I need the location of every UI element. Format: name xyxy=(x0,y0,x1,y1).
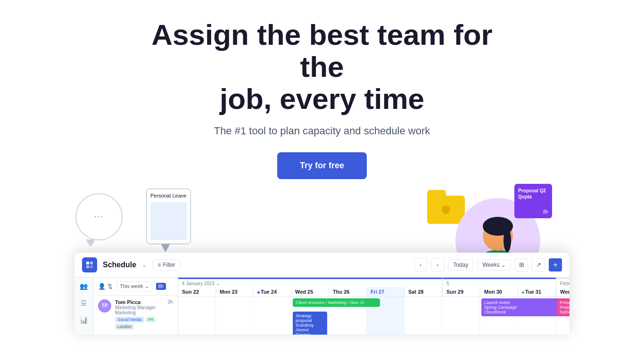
filter-icon: ≡ xyxy=(157,262,161,268)
event-cell-sat28 xyxy=(405,297,442,334)
left-sidebar: 👥 ☰ 📊 xyxy=(74,278,93,335)
people-icon[interactable]: 👥 xyxy=(80,282,88,290)
date-cell: Thu 26 xyxy=(329,287,367,296)
event-launch: Launch event Spring Campaign CloudStock xyxy=(481,298,559,316)
date-cells-jan: Sun 22 Mon 23 Tue 24 Wed 25 Thu 26 Fri 2… xyxy=(178,287,442,296)
svg-rect-8 xyxy=(86,262,89,264)
date-cell: Mon 30 xyxy=(480,287,518,296)
calendar-grid: 4 January 2023 ⌄ Sun 22 Mon 23 Tue 24 We… xyxy=(178,278,570,335)
tag-london: London xyxy=(115,324,134,329)
tag-pr: PR xyxy=(146,317,157,322)
chat-bubble: ··· xyxy=(75,193,123,240)
date-cells-5: Sun 29 Mon 30 Tue 31 xyxy=(443,287,556,296)
schedule-dropdown[interactable]: ⌄ xyxy=(142,262,147,268)
person-hours: 0h xyxy=(168,299,173,304)
chart-icon[interactable]: 📊 xyxy=(80,316,88,324)
list-icon[interactable]: ☰ xyxy=(81,299,87,307)
month-5: 5 xyxy=(443,278,556,286)
try-free-button[interactable]: Try for free xyxy=(277,152,367,179)
sort-icon: ⇅ xyxy=(107,283,113,290)
date-cell: Sun 22 xyxy=(178,287,216,296)
app-screenshot: Schedule ⌄ ≡ Filter ‹ › Today Weeks ⌄ ⊞ … xyxy=(74,253,570,335)
date-cell: Tue 31 xyxy=(518,287,556,296)
decorative-area: ··· Personal Leave xyxy=(0,184,644,335)
month-jan: 4 January 2023 ⌄ xyxy=(178,278,442,286)
tag-social-media: Social Media xyxy=(115,317,144,322)
folder-circle xyxy=(442,206,450,214)
svg-rect-11 xyxy=(90,265,93,268)
date-cell: Sun 29 xyxy=(443,287,480,296)
person-row: TP Tom Picca Marketing Manager Marketing… xyxy=(93,296,178,333)
chat-dots: ··· xyxy=(94,212,104,222)
event-cell-wed1: Presentation Project Atom Sutrix xyxy=(555,297,570,334)
hero-section: Assign the best team for the job, every … xyxy=(0,0,644,179)
event-cell-sun29 xyxy=(442,297,480,334)
weeks-selector[interactable]: Weeks ⌄ xyxy=(477,259,511,271)
app-logo xyxy=(82,257,97,272)
event-cell-tue24 xyxy=(254,297,291,334)
date-header: 4 January 2023 ⌄ Sun 22 Mon 23 Tue 24 We… xyxy=(178,278,570,297)
proposal-card: Proposal Q2 Qopta 8h xyxy=(514,184,552,218)
proposal-hours: 8h xyxy=(518,209,548,214)
person-tags: Social Media PR London xyxy=(115,317,164,329)
event-client-revisions: Client revisions / Marketing / Stox 2h xyxy=(293,298,380,307)
grid-view-button[interactable]: ⊞ xyxy=(515,258,528,272)
folder-tab xyxy=(427,190,446,197)
avatar: TP xyxy=(98,299,111,313)
date-cell: Wed 25 xyxy=(291,287,329,296)
app-toolbar: Schedule ⌄ ≡ Filter ‹ › Today Weeks ⌄ ⊞ … xyxy=(74,253,570,278)
today-button[interactable]: Today xyxy=(448,259,473,271)
event-cell-sun22 xyxy=(178,297,216,334)
people-icons: 👤 ⇅ xyxy=(98,283,113,290)
event-row: Client revisions / Marketing / Stox 2h S… xyxy=(178,297,570,335)
svg-rect-9 xyxy=(90,262,93,264)
add-button[interactable]: + xyxy=(549,258,562,272)
date-cell-today: Fri 27 xyxy=(367,287,405,296)
date-cell: Mon 23 xyxy=(216,287,254,296)
person-info: Tom Picca Marketing Manager Marketing So… xyxy=(115,299,164,329)
people-icon-small: 👤 xyxy=(98,283,106,290)
people-panel: 👤 ⇅ This week ⌄ 8h TP Tom Picca Marketin… xyxy=(93,278,178,335)
person-name: Tom Picca xyxy=(115,299,164,305)
svg-rect-10 xyxy=(86,265,89,268)
month-feb: February xyxy=(556,278,570,286)
date-cells-feb: Wed 1 Thu 2 Fri 3 xyxy=(556,287,570,296)
date-cell: Wed 1 xyxy=(556,287,570,296)
personal-leave-body xyxy=(150,202,187,240)
calendar-body: 👥 ☰ 📊 👤 ⇅ This week ⌄ 8h TP xyxy=(74,278,570,335)
schedule-title: Schedule xyxy=(103,261,136,269)
personal-leave-card: Personal Leave xyxy=(146,189,191,244)
filter-button[interactable]: ≡ Filter xyxy=(152,259,181,271)
date-cell: Tue 24 xyxy=(254,287,291,296)
svg-point-3 xyxy=(504,229,511,252)
logo-icon xyxy=(85,261,94,269)
hours-badge: 8h xyxy=(156,283,166,290)
personal-leave-title: Personal Leave xyxy=(150,193,187,198)
person-dept: Marketing xyxy=(115,310,164,315)
people-header: 👤 ⇅ This week ⌄ 8h xyxy=(93,278,178,296)
date-cell: Sat 28 xyxy=(405,287,442,296)
week-selector[interactable]: This week ⌄ xyxy=(116,281,152,291)
prev-button[interactable]: ‹ xyxy=(414,258,427,272)
event-cell-mon23 xyxy=(216,297,254,334)
event-strategy: Strategy proposal ScentKey Alumni Financ… xyxy=(293,312,327,335)
hero-subtitle: The #1 tool to plan capacity and schedul… xyxy=(9,125,635,137)
expand-button[interactable]: ↗ xyxy=(532,258,545,272)
event-cell-mon30: Launch event Spring Campaign CloudStock xyxy=(480,297,518,334)
proposal-title: Proposal Q2 Qopta xyxy=(518,188,548,200)
toolbar-right: ‹ › Today Weeks ⌄ ⊞ ↗ + xyxy=(414,258,562,272)
event-cell-wed25: Client revisions / Marketing / Stox 2h S… xyxy=(291,297,329,334)
person-title: Marketing Manager xyxy=(115,305,164,310)
hero-title: Assign the best team for the job, every … xyxy=(133,19,511,115)
next-button[interactable]: › xyxy=(431,258,444,272)
event-presentation: Presentation Project Atom Sutrix xyxy=(557,298,570,316)
